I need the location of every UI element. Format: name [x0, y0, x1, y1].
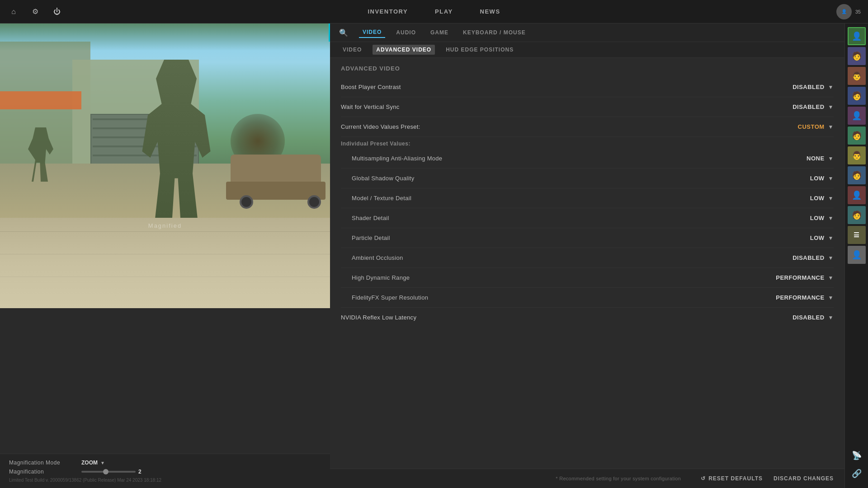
user-avatar[interactable]: 👤	[836, 4, 852, 19]
magnification-slider[interactable]	[81, 471, 136, 473]
magnification-label: Magnification	[9, 469, 81, 475]
setting-row-shader: Shader Detail LOW ▼	[341, 208, 834, 228]
reset-defaults-button[interactable]: ↺ RESET DEFAULTS	[701, 475, 763, 482]
sidebar-avatar-3[interactable]: 🧑	[848, 87, 866, 105]
reset-label: RESET DEFAULTS	[708, 475, 763, 482]
magnification-value: 2	[138, 469, 142, 475]
vsync-caret: ▼	[828, 104, 834, 110]
sidebar-avatar-11[interactable]: 👤	[848, 246, 866, 264]
boost-contrast-caret: ▼	[828, 84, 834, 90]
top-bar-right: 👤 35	[836, 4, 861, 19]
discard-changes-button[interactable]: DISCARD CHANGES	[774, 475, 834, 482]
magnification-slider-thumb[interactable]	[103, 469, 108, 474]
magnification-mode-control[interactable]: ZOOM ▼	[81, 460, 105, 466]
link-icon[interactable]: 🔗	[849, 466, 864, 481]
sidebar-avatar-8[interactable]: 👤	[848, 186, 866, 204]
home-icon[interactable]: ⌂	[7, 5, 20, 18]
recommended-text: * Recommended setting for your system co…	[341, 476, 681, 481]
tab-audio[interactable]: AUDIO	[392, 28, 420, 38]
setting-row-ambient-occlusion: Ambient Occlusion DISABLED ▼	[341, 248, 834, 268]
magnified-label: Magnified	[148, 222, 182, 229]
magnification-row: Magnification 2	[9, 469, 321, 475]
search-icon[interactable]: 🔍	[339, 28, 348, 37]
power-icon[interactable]: ⏻	[51, 5, 63, 18]
sidebar-icons-bottom: 📡 🔗	[849, 448, 864, 484]
nvidia-reflex-label: NVIDIA Reflex Low Latency	[341, 314, 416, 321]
fsr-label: FidelityFX Super Resolution	[341, 294, 428, 301]
setting-row-particle: Particle Detail LOW ▼	[341, 228, 834, 248]
shadow-value[interactable]: LOW ▼	[775, 175, 834, 182]
hdr-value[interactable]: PERFORMANCE ▼	[775, 274, 834, 281]
sidebar-avatar-1[interactable]: 🧑	[848, 47, 866, 65]
setting-row-vsync: Wait for Vertical Sync DISABLED ▼	[341, 97, 834, 117]
nav-inventory[interactable]: INVENTORY	[368, 8, 408, 15]
game-screenshot-bottom: Magnified	[0, 218, 330, 308]
subsection-label: Individual Preset Values:	[341, 137, 834, 149]
tab-video[interactable]: VIDEO	[359, 27, 385, 38]
particle-value[interactable]: LOW ▼	[775, 235, 834, 241]
shadow-caret: ▼	[828, 175, 834, 182]
tab-game[interactable]: GAME	[427, 28, 452, 38]
section-title: Advanced Video	[341, 65, 834, 72]
reset-icon: ↺	[701, 475, 706, 482]
settings-icon[interactable]: ⚙	[29, 5, 42, 18]
shadow-label: Global Shadow Quality	[341, 175, 415, 182]
fsr-caret: ▼	[828, 295, 834, 301]
sidebar-avatar-2[interactable]: 👨	[848, 67, 866, 85]
nav-news[interactable]: NEWS	[480, 8, 500, 15]
particle-label: Particle Detail	[341, 235, 390, 241]
sidebar-avatar-0[interactable]: 👤	[848, 27, 866, 45]
magnification-mode-dropdown-icon: ▼	[100, 460, 105, 465]
msaa-label: Multisampling Anti-Aliasing Mode	[341, 155, 442, 162]
magnification-control: 2	[81, 469, 142, 475]
setting-row-boost-contrast: Boost Player Contrast DISABLED ▼	[341, 77, 834, 97]
version-text: Limited Test Build v. 2000059/13862 (Pub…	[9, 478, 321, 483]
preset-caret: ▼	[828, 124, 834, 130]
top-bar-nav: INVENTORY PLAY NEWS	[368, 8, 500, 15]
sidebar-avatar-7[interactable]: 🧑	[848, 166, 866, 184]
particle-caret: ▼	[828, 235, 834, 241]
hdr-label: High Dynamic Range	[341, 274, 410, 281]
tab-keyboard-mouse[interactable]: KEYBOARD / MOUSE	[459, 28, 529, 38]
boost-contrast-value[interactable]: DISABLED ▼	[775, 84, 834, 90]
shader-value[interactable]: LOW ▼	[775, 215, 834, 221]
sidebar-avatar-10[interactable]: ☰	[848, 226, 866, 244]
bottom-actions: * Recommended setting for your system co…	[330, 469, 844, 488]
magnification-mode-row: Magnification Mode ZOOM ▼	[9, 460, 321, 466]
nvidia-reflex-value[interactable]: DISABLED ▼	[775, 314, 834, 321]
vsync-value[interactable]: DISABLED ▼	[775, 103, 834, 110]
preset-value[interactable]: CUSTOM ▼	[775, 123, 834, 130]
settings-content: Advanced Video Boost Player Contrast DIS…	[330, 58, 844, 469]
subtab-advanced-video[interactable]: ADVANCED VIDEO	[373, 45, 435, 55]
fsr-value[interactable]: PERFORMANCE ▼	[775, 294, 834, 301]
subtab-video[interactable]: VIDEO	[339, 45, 365, 55]
nav-play[interactable]: PLAY	[435, 8, 453, 15]
setting-row-msaa: Multisampling Anti-Aliasing Mode NONE ▼	[341, 149, 834, 169]
preset-label: Current Video Values Preset:	[341, 123, 420, 130]
sidebar-avatar-5[interactable]: 🧑	[848, 127, 866, 145]
hdr-caret: ▼	[828, 275, 834, 281]
ambient-occlusion-caret: ▼	[828, 255, 834, 261]
sidebar-avatar-6[interactable]: 👨	[848, 146, 866, 164]
magnification-mode-value: ZOOM	[81, 460, 98, 466]
msaa-value[interactable]: NONE ▼	[775, 155, 834, 162]
game-screenshot-top	[0, 23, 330, 218]
discard-label: DISCARD CHANGES	[774, 475, 834, 482]
ambient-occlusion-value[interactable]: DISABLED ▼	[775, 254, 834, 261]
setting-row-fsr: FidelityFX Super Resolution PERFORMANCE …	[341, 288, 834, 308]
msaa-caret: ▼	[828, 155, 834, 162]
texture-value[interactable]: LOW ▼	[775, 195, 834, 202]
right-sidebar: 👤 🧑 👨 🧑 👤 🧑 👨 🧑 👤 🧑 ☰	[844, 23, 868, 488]
settings-tabs-row1: 🔍 VIDEO AUDIO GAME KEYBOARD / MOUSE	[330, 23, 844, 42]
user-level: 35	[855, 9, 861, 14]
sidebar-avatar-9[interactable]: 🧑	[848, 206, 866, 224]
sidebar-avatar-4[interactable]: 👤	[848, 107, 866, 125]
setting-row-preset: Current Video Values Preset: CUSTOM ▼	[341, 117, 834, 137]
setting-row-shadow: Global Shadow Quality LOW ▼	[341, 169, 834, 188]
signal-icon[interactable]: 📡	[849, 448, 864, 463]
vsync-label: Wait for Vertical Sync	[341, 103, 400, 110]
top-bar-left: ⌂ ⚙ ⏻	[7, 5, 63, 18]
ambient-occlusion-label: Ambient Occlusion	[341, 254, 403, 261]
top-bar: ⌂ ⚙ ⏻ INVENTORY PLAY NEWS 👤 35	[0, 0, 868, 23]
subtab-hud-edge-positions[interactable]: HUD EDGE POSITIONS	[442, 45, 517, 55]
